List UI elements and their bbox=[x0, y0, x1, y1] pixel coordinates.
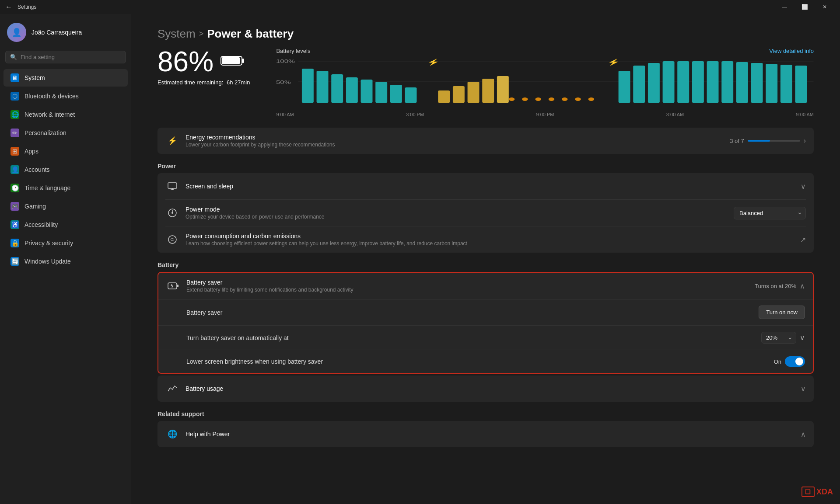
close-button[interactable]: ✕ bbox=[815, 0, 835, 14]
power-mode-row[interactable]: Power mode Optimize your device based on… bbox=[158, 200, 814, 226]
svg-rect-40 bbox=[780, 65, 792, 103]
sidebar-item-network[interactable]: 🌐 Network & internet bbox=[4, 106, 128, 123]
svg-rect-14 bbox=[405, 87, 417, 103]
battery-saver-text: Battery saver Extend battery life by lim… bbox=[186, 279, 755, 293]
minimize-button[interactable]: — bbox=[774, 0, 794, 14]
screen-sleep-row[interactable]: Screen and sleep ∨ bbox=[158, 173, 814, 199]
related-support-header: Related support bbox=[158, 410, 814, 417]
sidebar-item-personalization[interactable]: ✏ Personalization bbox=[4, 124, 128, 142]
sidebar-item-bluetooth[interactable]: ⬡ Bluetooth & devices bbox=[4, 87, 128, 105]
power-mode-icon bbox=[165, 206, 179, 220]
battery-saver-card: Battery saver Extend battery life by lim… bbox=[158, 272, 814, 374]
power-mode-dropdown-wrapper[interactable]: Balanced Best power efficiency Best perf… bbox=[734, 207, 806, 219]
maximize-button[interactable]: ⬜ bbox=[794, 0, 815, 14]
sidebar-item-update[interactable]: 🔄 Windows Update bbox=[4, 253, 128, 270]
auto-pct-select[interactable]: 20% 10% 30% Never bbox=[761, 332, 796, 344]
battery-saver-header[interactable]: Battery saver Extend battery life by lim… bbox=[158, 273, 813, 299]
energy-icon: ⚡ bbox=[165, 134, 179, 148]
sidebar-item-apps[interactable]: ⊞ Apps bbox=[4, 143, 128, 160]
svg-rect-13 bbox=[390, 85, 402, 103]
chart-label-2: 9:00 PM bbox=[536, 112, 554, 117]
view-detailed-link[interactable]: View detailed info bbox=[769, 48, 814, 54]
search-box[interactable]: 🔍 bbox=[5, 51, 126, 63]
auto-label: Turn battery saver on automatically at bbox=[186, 334, 761, 341]
svg-point-22 bbox=[522, 97, 528, 101]
battery-usage-right: ∨ bbox=[801, 385, 806, 393]
power-mode-desc: Optimize your device based on power use … bbox=[186, 214, 734, 220]
help-card: 🌐 Help with Power ∧ bbox=[158, 421, 814, 447]
battery-saver-toggle-row: Battery saver Turn on now bbox=[158, 299, 813, 325]
battery-saver-chevron-icon: ∧ bbox=[800, 282, 805, 290]
brightness-toggle[interactable] bbox=[785, 356, 805, 367]
screen-sleep-text: Screen and sleep bbox=[186, 183, 801, 190]
chart-label-0: 9:00 AM bbox=[276, 112, 294, 117]
sidebar-item-time[interactable]: 🕐 Time & language bbox=[4, 179, 128, 197]
battery-estimated-time: Estimated time remaining: 6h 27min bbox=[158, 79, 250, 86]
user-name: João Carrasqueira bbox=[32, 29, 82, 36]
sidebar-label-accounts: Accounts bbox=[24, 166, 50, 173]
sidebar-item-privacy[interactable]: 🔒 Privacy & security bbox=[4, 234, 128, 252]
battery-saver-right: Turns on at 20% ∧ bbox=[755, 282, 805, 290]
search-input[interactable] bbox=[21, 54, 121, 60]
energy-title: Energy recommendations bbox=[186, 134, 730, 141]
help-power-icon: 🌐 bbox=[165, 427, 179, 441]
auto-pct-chevron-icon: ∨ bbox=[800, 334, 805, 342]
accounts-icon: 👤 bbox=[10, 165, 19, 174]
svg-rect-19 bbox=[483, 79, 494, 103]
breadcrumb-parent[interactable]: System bbox=[158, 27, 196, 41]
battery-usage-chevron-icon: ∨ bbox=[801, 385, 806, 393]
chart-label-4: 9:00 AM bbox=[796, 112, 814, 117]
user-profile[interactable]: 👤 João Carrasqueira bbox=[0, 14, 131, 49]
chart-label-3: 3:00 AM bbox=[666, 112, 684, 117]
svg-point-48 bbox=[168, 236, 176, 243]
search-icon: 🔍 bbox=[10, 54, 17, 60]
sidebar-item-gaming[interactable]: 🎮 Gaming bbox=[4, 198, 128, 215]
power-mode-select[interactable]: Balanced Best power efficiency Best perf… bbox=[734, 207, 806, 219]
screen-sleep-icon bbox=[165, 179, 179, 193]
svg-rect-29 bbox=[619, 71, 630, 103]
carbon-row[interactable]: Power consumption and carbon emissions L… bbox=[158, 226, 814, 253]
sidebar-item-accessibility[interactable]: ♿ Accessibility bbox=[4, 216, 128, 233]
energy-recommendations-row[interactable]: ⚡ Energy recommendations Lower your carb… bbox=[158, 128, 814, 154]
energy-recommendations-card[interactable]: ⚡ Energy recommendations Lower your carb… bbox=[158, 128, 814, 154]
energy-card-text: Energy recommendations Lower your carbon… bbox=[186, 134, 730, 148]
battery-header: 86% Estimated time remaining: 6h 27min bbox=[158, 48, 814, 117]
sidebar-item-accounts[interactable]: 👤 Accounts bbox=[4, 161, 128, 178]
sidebar-label-apps: Apps bbox=[24, 148, 38, 155]
titlebar: ← Settings — ⬜ ✕ bbox=[0, 0, 840, 14]
svg-rect-34 bbox=[692, 61, 704, 103]
svg-rect-17 bbox=[453, 86, 465, 103]
svg-rect-10 bbox=[346, 77, 358, 103]
sidebar-label-privacy: Privacy & security bbox=[24, 240, 73, 247]
carbon-desc: Learn how choosing efficient power setti… bbox=[186, 240, 800, 247]
battery-usage-text: Battery usage bbox=[186, 385, 801, 392]
svg-rect-18 bbox=[468, 82, 480, 103]
privacy-icon: 🔒 bbox=[10, 239, 19, 247]
battery-usage-card[interactable]: Battery usage ∨ bbox=[158, 375, 814, 402]
xda-box-icon: ❑ bbox=[802, 487, 815, 497]
help-power-title: Help with Power bbox=[186, 431, 801, 438]
svg-rect-35 bbox=[707, 61, 719, 103]
energy-card-right: 3 of 7 › bbox=[730, 137, 806, 145]
turn-on-now-button[interactable]: Turn on now bbox=[759, 306, 805, 319]
battery-usage-row[interactable]: Battery usage ∨ bbox=[158, 375, 814, 402]
svg-rect-36 bbox=[722, 61, 734, 103]
svg-rect-37 bbox=[736, 62, 748, 103]
battery-saver-turns-on: Turns on at 20% bbox=[755, 283, 796, 289]
auto-pct-dropdown-wrapper[interactable]: 20% 10% 30% Never bbox=[761, 332, 796, 344]
battery-saver-title: Battery saver bbox=[186, 279, 755, 286]
bluetooth-icon: ⬡ bbox=[10, 92, 19, 101]
svg-text:100%: 100% bbox=[276, 59, 295, 64]
sidebar-label-time: Time & language bbox=[24, 184, 70, 191]
chart-labels: 9:00 AM 3:00 PM 9:00 PM 3:00 AM 9:00 AM bbox=[276, 112, 814, 117]
sidebar-label-personalization: Personalization bbox=[24, 129, 66, 136]
svg-rect-38 bbox=[751, 63, 763, 103]
battery-saver-row-label: Battery saver bbox=[186, 309, 759, 316]
sidebar-item-system[interactable]: 🖥 System bbox=[4, 69, 128, 87]
svg-rect-20 bbox=[497, 76, 509, 103]
help-power-row[interactable]: 🌐 Help with Power ∧ bbox=[158, 421, 814, 447]
back-button[interactable]: ← bbox=[5, 3, 12, 11]
chart-label-1: 3:00 PM bbox=[406, 112, 424, 117]
sidebar-label-accessibility: Accessibility bbox=[24, 221, 58, 228]
auto-battery-saver-row: Turn battery saver on automatically at 2… bbox=[158, 325, 813, 350]
